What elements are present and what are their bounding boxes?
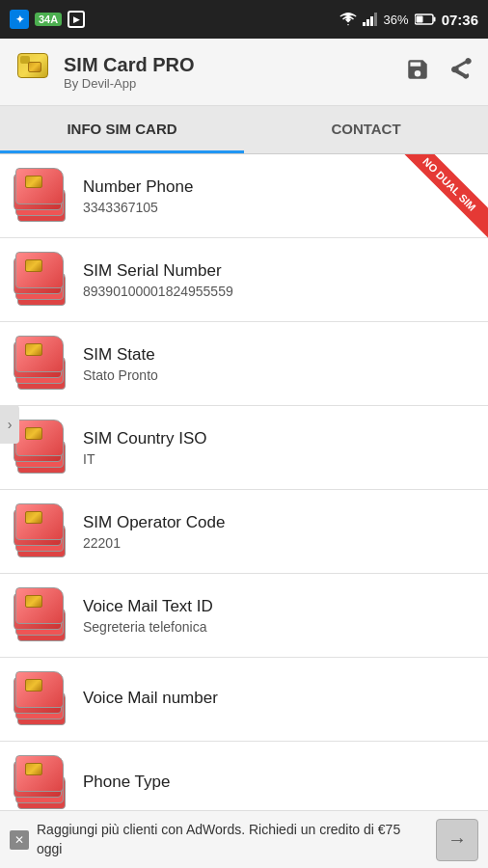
sim-stack-icon-7 xyxy=(14,671,69,727)
info-text-phone-type: Phone Type xyxy=(83,773,474,795)
app-title: SIM Card PRO xyxy=(64,54,195,76)
info-row-voicemail-number: Voice Mail number xyxy=(0,658,488,742)
ad-banner: ✕ Raggiungi più clienti con AdWords. Ric… xyxy=(0,810,488,868)
sim-stack-icon-5 xyxy=(14,503,69,559)
ad-arrow-button[interactable]: → xyxy=(436,819,478,861)
content-area: NO DUAL SIM Number Phone 3343367105 xyxy=(0,154,488,810)
no-dual-badge-text: NO DUAL SIM xyxy=(394,154,488,239)
info-text-voicemail-number: Voice Mail number xyxy=(83,689,474,711)
value-sim-state: Stato Pronto xyxy=(83,367,474,383)
battery-icon xyxy=(415,14,436,25)
status-right: 36% 07:36 xyxy=(339,12,478,28)
value-sim-serial: 89390100001824955559 xyxy=(83,284,474,299)
app-icon xyxy=(14,53,52,92)
no-dual-sim-badge: NO DUAL SIM xyxy=(392,154,488,251)
info-text-voicemail-text: Voice Mail Text ID Segreteria telefonica xyxy=(83,597,474,635)
label-sim-serial: SIM Serial Number xyxy=(83,261,474,281)
app-header-left: SIM Card PRO By Devil-App xyxy=(14,53,195,92)
label-phone-type: Phone Type xyxy=(83,773,474,792)
value-sim-operator: 22201 xyxy=(83,535,474,551)
svg-rect-0 xyxy=(363,22,366,26)
battery-percent: 36% xyxy=(384,13,409,27)
label-voicemail-number: Voice Mail number xyxy=(83,689,474,708)
value-voicemail-text: Segreteria telefonica xyxy=(83,619,474,635)
sim-stack-icon-6 xyxy=(14,587,69,643)
svg-rect-5 xyxy=(433,17,435,22)
info-row-sim-state: SIM State Stato Pronto xyxy=(0,322,488,406)
time-display: 07:36 xyxy=(442,12,478,28)
tab-info-sim-card[interactable]: INFO SIM CARD xyxy=(0,106,244,153)
tab-contact[interactable]: CONTACT xyxy=(244,106,488,153)
page-wrapper: ✦ 34A ▶ 36% xyxy=(0,0,488,868)
dropbox-icon: ✦ xyxy=(10,10,29,29)
screen-record-icon: ▶ xyxy=(68,11,85,28)
info-text-sim-country: SIM Country ISO IT xyxy=(83,429,474,467)
info-text-sim-serial: SIM Serial Number 89390100001824955559 xyxy=(83,261,474,299)
status-left: ✦ 34A ▶ xyxy=(10,10,85,29)
info-row-sim-operator: SIM Operator Code 22201 xyxy=(0,490,488,574)
svg-rect-6 xyxy=(416,16,422,23)
sim-stack-icon-4 xyxy=(14,420,69,475)
info-row-sim-country: SIM Country ISO IT xyxy=(0,406,488,490)
label-sim-state: SIM State xyxy=(83,345,474,365)
tab-bar: INFO SIM CARD CONTACT xyxy=(0,106,488,154)
info-text-sim-operator: SIM Operator Code 22201 xyxy=(83,513,474,551)
wifi-icon xyxy=(339,13,357,26)
app-header-right xyxy=(405,57,474,88)
label-sim-operator: SIM Operator Code xyxy=(83,513,474,532)
app-subtitle: By Devil-App xyxy=(64,76,195,91)
sim-stack-icon xyxy=(14,168,69,224)
sim-stack-icon-2 xyxy=(14,252,69,308)
side-arrow-button[interactable]: › xyxy=(0,405,19,444)
share-button[interactable] xyxy=(449,57,474,88)
info-text-sim-state: SIM State Stato Pronto xyxy=(83,345,474,383)
info-row-voicemail-text: Voice Mail Text ID Segreteria telefonica xyxy=(0,574,488,658)
svg-rect-2 xyxy=(370,16,373,26)
value-sim-country: IT xyxy=(83,451,474,467)
ad-text: Raggiungi più clienti con AdWords. Richi… xyxy=(37,821,426,858)
sim-stack-icon-3 xyxy=(14,336,69,392)
label-voicemail-text: Voice Mail Text ID xyxy=(83,597,474,616)
signal-icon xyxy=(363,13,378,26)
ad-close-button[interactable]: ✕ xyxy=(10,830,29,850)
svg-rect-1 xyxy=(366,19,369,26)
status-bar: ✦ 34A ▶ 36% xyxy=(0,0,488,39)
app-title-group: SIM Card PRO By Devil-App xyxy=(64,54,195,91)
sim-stack-icon-8 xyxy=(14,755,69,810)
label-sim-country: SIM Country ISO xyxy=(83,429,474,448)
info-row-phone-type: Phone Type xyxy=(0,742,488,810)
info-row-sim-serial: SIM Serial Number 89390100001824955559 xyxy=(0,238,488,322)
save-button[interactable] xyxy=(405,57,430,88)
notification-badge: 34A xyxy=(35,13,62,26)
svg-rect-3 xyxy=(374,13,377,26)
app-header: SIM Card PRO By Devil-App xyxy=(0,39,488,106)
